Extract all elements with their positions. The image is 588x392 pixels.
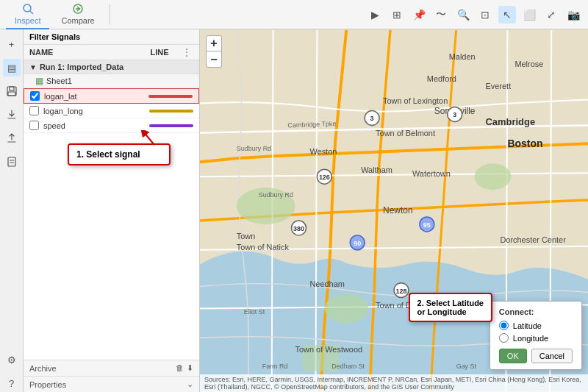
add-icon[interactable]: + (3, 35, 21, 53)
svg-text:Cambridge: Cambridge (486, 116, 536, 127)
document-icon[interactable] (3, 153, 21, 171)
archive-delete-icon[interactable]: 🗑 (176, 363, 184, 373)
properties-label: Properties (29, 380, 66, 389)
expand-icon: ▼ (29, 63, 37, 71)
svg-text:Watertown: Watertown (412, 169, 451, 178)
connect-title: Connect: (499, 307, 573, 316)
svg-text:3: 3 (370, 115, 374, 122)
latitude-label: Latitude (513, 321, 542, 330)
svg-text:90: 90 (354, 240, 361, 247)
svg-text:3: 3 (453, 111, 456, 118)
callout-1-text: 1. Select signal (76, 149, 140, 160)
svg-text:Town of Westwood: Town of Westwood (295, 345, 363, 354)
svg-text:Farm Rd: Farm Rd (262, 363, 288, 370)
signal-name-long: logan_long (43, 107, 149, 115)
cursor-button[interactable]: ↖ (498, 6, 516, 24)
cancel-button[interactable]: Cancel (531, 349, 573, 363)
grid-button[interactable]: ⊞ (388, 6, 406, 24)
svg-text:Dedham St: Dedham St (331, 363, 365, 370)
download-icon[interactable] (3, 106, 21, 124)
callout-2: 2. Select Latitude or Longitude (409, 293, 492, 322)
map-area: Melrose Malden Everett Medford Somervill… (200, 29, 588, 392)
panel-menu-btn[interactable]: ⋮ (182, 46, 193, 58)
signal-checkbox-speed[interactable] (29, 121, 39, 130)
svg-rect-9 (8, 157, 15, 166)
svg-text:Melrose: Melrose (514, 60, 543, 68)
svg-text:Weston: Weston (309, 147, 337, 156)
archive-move-icon[interactable]: ⬇ (187, 363, 193, 373)
filter-bar: Filter Signals (24, 29, 199, 45)
properties-expand-icon[interactable]: ⌄ (187, 379, 193, 389)
svg-text:Town of Natick: Town of Natick (237, 243, 290, 252)
search-button[interactable]: 🔍 (454, 6, 472, 24)
play-button[interactable]: ▶ (366, 6, 384, 24)
sidebar-icons: + ▤ ⚙ ? (0, 29, 24, 392)
help-icon[interactable]: ? (3, 374, 21, 392)
ok-button[interactable]: OK (499, 349, 527, 363)
zoom-out-button[interactable]: − (206, 51, 222, 68)
connect-buttons: OK Cancel (499, 349, 573, 363)
attribution-text: Sources: Esri, HERE, Garmin, USGS, Inter… (204, 376, 581, 391)
svg-text:Town of Belmont: Town of Belmont (376, 129, 435, 138)
svg-text:Medford: Medford (427, 74, 456, 83)
svg-text:Town: Town (237, 232, 256, 240)
filter-label: Filter Signals (29, 32, 80, 41)
archive-bar: Archive 🗑 ⬇ (24, 360, 199, 376)
pin-button[interactable]: 📌 (410, 6, 428, 24)
signal-checkbox-long[interactable] (29, 106, 39, 115)
top-toolbar: Inspect Compare ▶ ⊞ 📌 〜 🔍 ⊡ ↖ ⬜ ⤢ 📷 (0, 0, 588, 29)
archive-actions: 🗑 ⬇ (176, 363, 193, 373)
svg-text:Needham: Needham (309, 279, 344, 288)
signal-row-speed[interactable]: speed (24, 118, 199, 133)
sheet-icon: ▦ (35, 76, 43, 86)
svg-text:Waltham: Waltham (361, 165, 392, 174)
signal-panel: Filter Signals NAME LINE ⋮ ▼ Run 1: Impo… (24, 29, 200, 392)
svg-text:95: 95 (423, 221, 431, 229)
wave-button[interactable]: 〜 (432, 6, 450, 24)
signal-line-long (149, 110, 193, 113)
archive-label: Archive (29, 364, 57, 373)
svg-rect-8 (8, 92, 15, 96)
tab-inspect[interactable]: Inspect (6, 0, 49, 29)
svg-text:Boston: Boston (507, 138, 542, 149)
zoom-in-button[interactable]: + (206, 35, 222, 51)
radio-latitude[interactable] (499, 321, 509, 330)
frame-button[interactable]: ⬜ (520, 6, 538, 24)
upload-icon[interactable] (3, 129, 21, 147)
svg-text:128: 128 (395, 288, 406, 295)
col-line-header: LINE (137, 48, 182, 57)
sheet-name: Sheet1 (46, 76, 72, 85)
signal-row-logan-long[interactable]: logan_long (24, 104, 199, 118)
map-attribution: Sources: Esri, HERE, Garmin, USGS, Inter… (200, 374, 588, 392)
svg-text:Malden: Malden (449, 52, 476, 61)
signal-line-speed (149, 124, 193, 127)
layers-icon[interactable]: ▤ (3, 59, 21, 76)
svg-rect-7 (10, 87, 14, 90)
toolbar-separator (110, 4, 110, 25)
connect-option-longitude[interactable]: Longitude (499, 333, 573, 343)
settings-icon[interactable]: ⚙ (3, 351, 21, 368)
svg-point-0 (24, 4, 31, 12)
svg-text:Gay St: Gay St (456, 363, 477, 370)
save-icon[interactable] (3, 82, 21, 100)
svg-text:Newton: Newton (383, 205, 412, 215)
signal-row-logan-lat[interactable]: logan_lat (24, 88, 199, 104)
callout-2-line1: 2. Select Latitude (417, 299, 484, 307)
tab-compare[interactable]: Compare (52, 0, 103, 29)
svg-text:Everett: Everett (486, 82, 512, 90)
run-name: Run 1: Imported_Data (40, 63, 123, 71)
svg-text:Dorchester Center: Dorchester Center (500, 235, 566, 244)
screenshot-button[interactable]: 📷 (564, 6, 582, 24)
signal-checkbox-lat[interactable] (30, 91, 40, 101)
fullscreen-button[interactable]: ⤢ (542, 6, 560, 24)
svg-line-12 (143, 132, 154, 145)
toolbar-right-buttons: ▶ ⊞ 📌 〜 🔍 ⊡ ↖ ⬜ ⤢ 📷 (366, 6, 582, 24)
layers-button[interactable]: ⊡ (476, 6, 494, 24)
svg-rect-6 (7, 87, 16, 96)
radio-longitude[interactable] (499, 333, 509, 343)
callout-2-line2: or Longitude (417, 307, 467, 316)
zoom-controls: + − (206, 35, 222, 68)
connect-option-latitude[interactable]: Latitude (499, 321, 573, 330)
callout-1-arrow (140, 130, 162, 146)
col-name-header: NAME (29, 48, 137, 57)
